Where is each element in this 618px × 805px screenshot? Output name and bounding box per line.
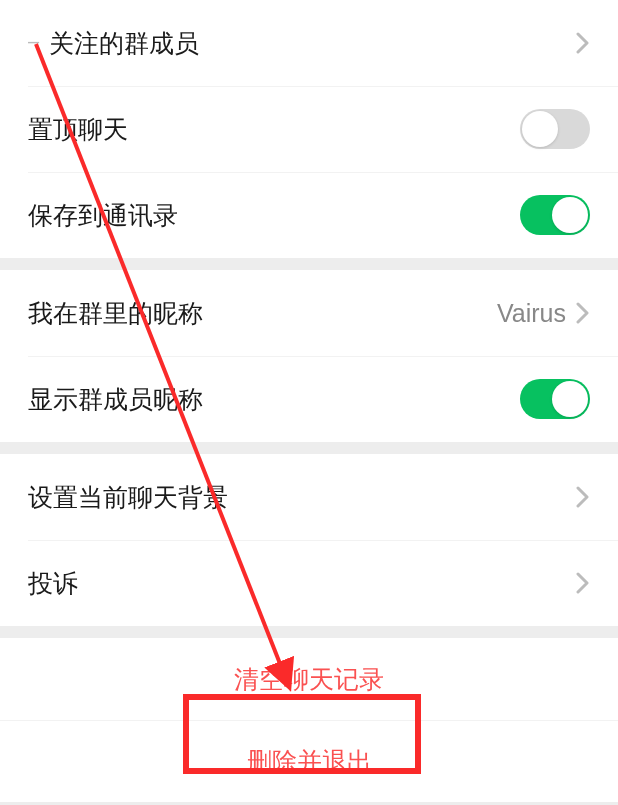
save-contacts-row[interactable]: 保存到通讯录 [0,172,618,258]
action-group: 清空聊天记录 删除并退出 [0,638,618,802]
show-nicknames-label: 显示群成员昵称 [28,383,203,416]
row-right [576,571,590,595]
sticky-chat-toggle[interactable] [520,109,590,149]
chat-background-label: 设置当前聊天背景 [28,481,228,514]
clear-history-row[interactable]: 清空聊天记录 [0,638,618,720]
show-nicknames-row[interactable]: 显示群成员昵称 [0,356,618,442]
toggle-knob [552,381,588,417]
toggle-knob [522,111,558,147]
delete-exit-label: 删除并退出 [247,745,372,778]
row-right [576,31,590,55]
chevron-right-icon [576,31,590,55]
chat-background-row[interactable]: 设置当前聊天背景 [0,454,618,540]
chevron-right-icon [576,301,590,325]
settings-group-1: – 关注的群成员 置顶聊天 保存到通讯录 [0,0,618,258]
show-nicknames-toggle[interactable] [520,379,590,419]
settings-group-2: 我在群里的昵称 Vairus 显示群成员昵称 [0,270,618,442]
followed-members-row[interactable]: – 关注的群成员 [0,0,618,86]
row-right: Vairus [497,299,590,328]
chevron-right-icon [576,485,590,509]
chevron-right-icon [576,571,590,595]
followed-members-label: 关注的群成员 [49,27,199,60]
row-left: – 关注的群成员 [28,27,199,60]
complaint-row[interactable]: 投诉 [0,540,618,626]
complaint-label: 投诉 [28,567,78,600]
toggle-knob [552,197,588,233]
sticky-chat-label: 置顶聊天 [28,113,128,146]
my-nickname-label: 我在群里的昵称 [28,297,203,330]
my-nickname-row[interactable]: 我在群里的昵称 Vairus [0,270,618,356]
my-nickname-value: Vairus [497,299,566,328]
save-contacts-toggle[interactable] [520,195,590,235]
dash-icon: – [28,30,39,53]
save-contacts-label: 保存到通讯录 [28,199,178,232]
clear-history-label: 清空聊天记录 [234,663,384,696]
settings-group-3: 设置当前聊天背景 投诉 [0,454,618,626]
row-right [576,485,590,509]
delete-exit-row[interactable]: 删除并退出 [0,720,618,802]
sticky-chat-row[interactable]: 置顶聊天 [0,86,618,172]
